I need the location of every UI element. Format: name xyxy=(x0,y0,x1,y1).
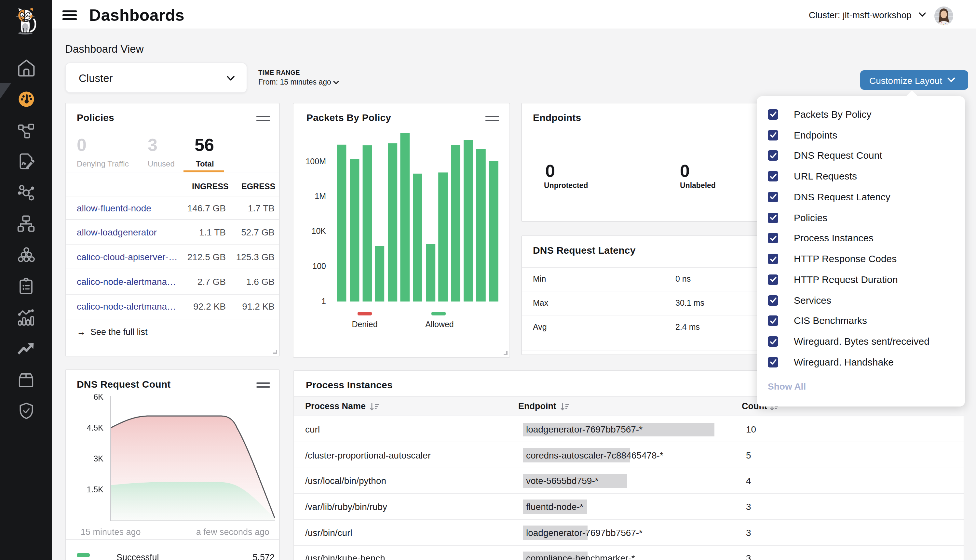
svg-text:Denied: Denied xyxy=(352,320,377,329)
svg-text:10K: 10K xyxy=(312,226,326,235)
svg-text:Successful: Successful xyxy=(117,553,159,560)
svg-text:100: 100 xyxy=(312,262,326,270)
svg-text:5,572: 5,572 xyxy=(252,553,275,560)
svg-text:1.5K: 1.5K xyxy=(87,485,104,494)
svg-text:15 minutes ago: 15 minutes ago xyxy=(81,527,141,537)
svg-text:Allowed: Allowed xyxy=(425,320,454,329)
svg-text:a few seconds ago: a few seconds ago xyxy=(196,527,269,537)
svg-text:4.5K: 4.5K xyxy=(87,423,104,432)
svg-text:3K: 3K xyxy=(93,454,103,463)
svg-text:6K: 6K xyxy=(93,392,103,401)
svg-text:1: 1 xyxy=(322,297,326,306)
svg-text:100M: 100M xyxy=(305,157,326,166)
svg-text:1M: 1M xyxy=(315,192,326,201)
